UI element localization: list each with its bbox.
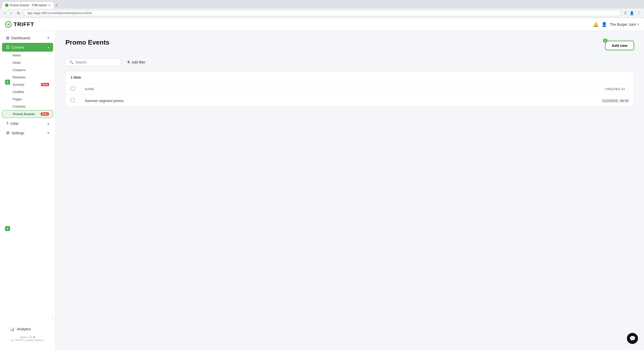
org-switcher-button[interactable]: The Burger Joint ▾ (610, 22, 639, 26)
app-body: 1 ⊞ Dashboards ▾ ☰ Content ▴ News (0, 31, 644, 350)
col-created-at-label: CREATED AT (605, 87, 625, 91)
footer-made-with: Made with (20, 336, 33, 339)
sidebar-dashboards-header[interactable]: ⊞ Dashboards ▾ (2, 34, 53, 42)
notification-bell-button[interactable]: 🔔 (593, 22, 598, 27)
table-row[interactable]: Summer segment promo 21/2/2025, 09:50 (66, 95, 634, 107)
dashboards-chevron-icon: ▾ (48, 36, 49, 40)
new-tab-button[interactable]: + (54, 2, 60, 9)
sidebar-bottom-area: 📊 Analytics Made with ♥ by TRIFFT Loyalt… (0, 321, 55, 348)
back-button[interactable]: ‹ (3, 10, 7, 16)
contests-label: Contests (13, 105, 25, 108)
select-all-checkbox[interactable] (71, 87, 75, 91)
extensions-btn[interactable]: ⠿ (623, 10, 628, 16)
tab-favicon (5, 4, 9, 7)
add-new-container: 3 Add new (605, 41, 634, 50)
footer-heart-icon: ♥ (33, 336, 35, 339)
table-item-count: 1 item (66, 71, 634, 84)
toolbar: 🔍 ⚗ Add filter (65, 58, 634, 66)
add-filter-label: Add filter (132, 60, 145, 64)
table-header-row: NAME CREATED AT ↓ (66, 84, 634, 95)
news-label: News (13, 53, 21, 57)
profile-btn[interactable]: 👤 (629, 10, 635, 16)
row-name-value: Summer segment promo (85, 99, 124, 103)
promo-events-beta-badge: Beta (41, 112, 49, 116)
sidebar-item-promo-events[interactable]: Promo Events Beta (2, 110, 53, 118)
footer-by-line: by TRIFFT Loyalty Platform (11, 339, 44, 342)
promo-events-wrapper: 2 Promo Events Beta (0, 110, 55, 118)
browser-action-buttons: ⠿ 👤 ⋮ (623, 10, 641, 16)
sidebar-item-analytics[interactable]: 📊 Analytics (6, 325, 49, 333)
logo-icon (5, 21, 12, 28)
browser-toolbar: ‹ › ↻ app.stage.trifft.io/cacitokiy/cont… (0, 9, 644, 18)
sidebar-content-header[interactable]: ☰ Content ▴ (2, 43, 53, 52)
sidebar-section-dashboards: ⊞ Dashboards ▾ (0, 34, 55, 42)
reload-button[interactable]: ↻ (15, 10, 22, 16)
pages-label: Pages (13, 97, 22, 101)
address-text: app.stage.trifft.io/cacitokiy/content/pr… (27, 11, 92, 15)
analytics-icon: 📊 (10, 327, 14, 331)
crm-label: CRM (10, 122, 48, 126)
sidebar-crm-header[interactable]: ? CRM ▾ (2, 119, 53, 128)
chat-bubble-button[interactable]: 💬 (627, 333, 638, 344)
sidebar-collapse-button[interactable]: ‹ (52, 314, 55, 321)
page-title: Promo Events (65, 39, 109, 46)
sidebar-item-contests[interactable]: Contests (2, 103, 53, 110)
coupons-label: Coupons (13, 68, 26, 72)
crm-icon: ? (6, 121, 8, 126)
sidebar-section-crm: ? CRM ▾ (0, 119, 55, 128)
rewards-label: Rewards (13, 75, 25, 79)
row-created-at-cell: 21/2/2025, 09:50 (397, 95, 634, 107)
settings-icon: ⚙ (6, 131, 10, 135)
surveys-label: Surveys (13, 83, 24, 86)
deals-label: Deals (13, 61, 21, 65)
org-chevron-icon: ▾ (637, 23, 639, 26)
sidebar-item-coupons[interactable]: Coupons (2, 66, 53, 74)
annotation-1: 1 (5, 80, 10, 85)
table-head: NAME CREATED AT ↓ (66, 84, 634, 95)
leaflets-label: Leaflets (13, 90, 24, 94)
chat-icon: 💬 (629, 335, 636, 341)
surveys-beta-badge: Beta (41, 83, 49, 86)
tab-close-btn[interactable]: ✕ (48, 4, 51, 7)
forward-button[interactable]: › (9, 10, 13, 16)
row-checkbox-cell (66, 95, 80, 107)
annotation-3: 3 (603, 39, 607, 42)
settings-chevron-icon: ▾ (48, 131, 49, 135)
user-profile-button[interactable]: 👤 (601, 22, 607, 27)
sidebar-settings-header[interactable]: ⚙ Settings ▾ (2, 129, 53, 137)
col-header-name: NAME (80, 84, 397, 95)
page-title-row: Promo Events 3 Add new (65, 39, 634, 52)
add-filter-button[interactable]: ⚗ Add filter (124, 59, 148, 66)
app-header: TRIFFT 🔔 👤 The Burger Joint ▾ (0, 18, 644, 31)
sidebar-item-leaflets[interactable]: Leaflets (2, 88, 53, 96)
promo-events-label: Promo Events (13, 112, 35, 116)
settings-label: Settings (12, 131, 48, 135)
content-area: Promo Events 3 Add new 🔍 ⚗ Add filter (55, 31, 644, 114)
table-body: Summer segment promo 21/2/2025, 09:50 (66, 95, 634, 107)
sidebar-item-pages[interactable]: Pages (2, 96, 53, 103)
browser-tab-active[interactable]: Promo Events - Trifft Admin ✕ (2, 2, 54, 9)
row-name-cell: Summer segment promo (80, 95, 397, 107)
main-content: Promo Events 3 Add new 🔍 ⚗ Add filter (55, 31, 644, 350)
address-bar[interactable]: app.stage.trifft.io/cacitokiy/content/pr… (24, 10, 621, 16)
search-icon: 🔍 (69, 60, 73, 64)
row-created-at-value: 21/2/2025, 09:50 (602, 99, 629, 103)
sidebar-item-deals[interactable]: Deals (2, 59, 53, 66)
app-logo: TRIFFT (5, 21, 34, 28)
dashboards-label: Dashboards (11, 36, 48, 40)
search-input[interactable] (75, 60, 113, 64)
row-checkbox[interactable] (71, 98, 75, 102)
crm-chevron-icon: ▾ (48, 122, 49, 125)
add-new-button[interactable]: Add new (605, 41, 634, 50)
col-header-created-at[interactable]: CREATED AT ↓ (397, 84, 634, 95)
dashboards-icon: ⊞ (6, 36, 9, 40)
app-header-right: 🔔 👤 The Burger Joint ▾ (593, 22, 639, 27)
sidebar-item-news[interactable]: News (2, 52, 53, 59)
analytics-label: Analytics (17, 327, 31, 331)
menu-btn[interactable]: ⋮ (636, 10, 641, 16)
sidebar: 1 ⊞ Dashboards ▾ ☰ Content ▴ News (0, 31, 55, 350)
select-all-cell (66, 84, 80, 95)
col-name-label: NAME (85, 87, 94, 91)
browser-chrome: Promo Events - Trifft Admin ✕ + ‹ › ↻ ap… (0, 0, 644, 18)
tab-bar: Promo Events - Trifft Admin ✕ + (0, 0, 644, 9)
